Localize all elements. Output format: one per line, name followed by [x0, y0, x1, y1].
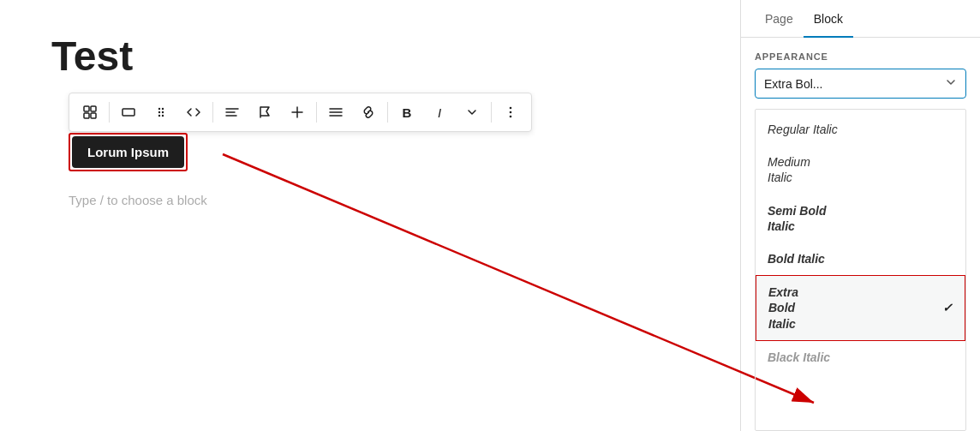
link-icon [361, 105, 376, 120]
align-text-icon [328, 105, 344, 120]
svg-rect-2 [84, 113, 89, 118]
editor-placeholder: Type / to choose a block [69, 193, 207, 207]
toolbar-bold-btn[interactable]: B [391, 97, 422, 128]
font-item-bold-italic[interactable]: Bold Italic [756, 242, 965, 275]
svg-line-24 [223, 154, 814, 403]
svg-point-7 [158, 111, 160, 113]
font-label: Regular Italic [768, 122, 838, 137]
svg-point-6 [162, 108, 164, 110]
font-label: Black Italic [768, 350, 830, 365]
grid-icon [82, 105, 98, 120]
toolbar-plus-btn[interactable] [282, 97, 313, 128]
tab-page[interactable]: Page [755, 0, 804, 38]
svg-point-22 [510, 116, 512, 118]
toolbar-link-btn[interactable] [353, 97, 384, 128]
toolbar-divider-5 [491, 102, 492, 123]
plus-icon [290, 105, 305, 120]
bold-icon: B [403, 105, 412, 120]
dropdown-chevron-icon [945, 76, 957, 91]
svg-rect-3 [91, 113, 96, 118]
toolbar-italic-btn[interactable]: I [424, 97, 455, 128]
font-list-inner[interactable]: Regular Italic MediumItalic Semi BoldIta… [756, 110, 965, 430]
svg-point-20 [510, 107, 512, 110]
sidebar: Page Block APPEARANCE Extra Bol... Regul… [740, 0, 980, 431]
tab-block[interactable]: Block [804, 0, 853, 38]
svg-rect-0 [84, 106, 89, 111]
svg-point-9 [158, 115, 160, 117]
svg-point-21 [510, 111, 512, 114]
toolbar-align-left-btn[interactable] [217, 97, 248, 128]
appearance-dropdown[interactable]: Extra Bol... [755, 69, 966, 99]
toolbar-align-text-btn[interactable] [320, 97, 351, 128]
svg-point-5 [158, 108, 160, 110]
appearance-value: Extra Bol... [764, 77, 822, 91]
italic-icon: I [438, 105, 441, 120]
font-style-list: Regular Italic MediumItalic Semi BoldIta… [755, 109, 966, 431]
sidebar-tabs: Page Block [741, 0, 980, 38]
button-block-wrapper: Lorum Ipsum [69, 133, 188, 171]
block-toolbar: B I [69, 93, 532, 132]
svg-point-10 [162, 115, 164, 117]
editor-heading: Test [51, 34, 689, 80]
font-label: Semi BoldItalic [768, 203, 826, 234]
font-label: ExtraBoldItalic [768, 284, 798, 332]
appearance-section-label: APPEARANCE [741, 38, 980, 69]
flag-icon [257, 105, 272, 120]
toolbar-divider-2 [212, 102, 213, 123]
toolbar-drag-btn[interactable] [146, 97, 176, 128]
svg-point-8 [162, 111, 164, 113]
toolbar-divider-1 [109, 102, 110, 123]
toolbar-divider-4 [387, 102, 388, 123]
font-item-extra-bold-italic[interactable]: ExtraBoldItalic ✓ [756, 275, 965, 341]
lorum-ipsum-button[interactable]: Lorum Ipsum [72, 136, 184, 168]
font-label: Bold Italic [768, 251, 825, 266]
toolbar-flag-btn[interactable] [249, 97, 280, 128]
font-item-medium-italic[interactable]: MediumItalic [756, 146, 965, 194]
toolbar-grid-btn[interactable] [75, 97, 105, 128]
align-left-icon [224, 105, 240, 120]
code-icon [186, 105, 201, 120]
font-item-black-italic[interactable]: Black Italic [756, 341, 965, 374]
font-label: MediumItalic [768, 154, 810, 185]
font-item-regular-italic[interactable]: Regular Italic [756, 113, 965, 146]
drag-icon [153, 105, 169, 120]
more-icon [503, 105, 518, 120]
toolbar-divider-3 [316, 102, 317, 123]
rect-icon [121, 105, 136, 120]
editor-area: Test [0, 0, 740, 431]
svg-rect-1 [91, 106, 96, 111]
font-item-semi-bold-italic[interactable]: Semi BoldItalic [756, 195, 965, 242]
chevron-down-icon [466, 106, 478, 118]
selected-checkmark: ✓ [942, 300, 953, 315]
svg-rect-4 [122, 109, 134, 116]
toolbar-rect-btn[interactable] [113, 97, 144, 128]
toolbar-more-btn[interactable] [495, 97, 526, 128]
toolbar-code-btn[interactable] [178, 97, 209, 128]
toolbar-chevron-btn[interactable] [457, 97, 487, 128]
